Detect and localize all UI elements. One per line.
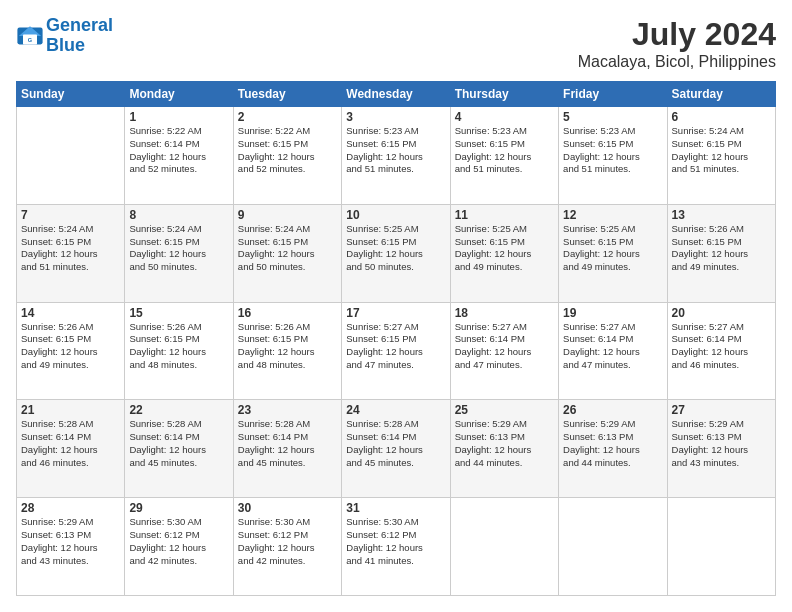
col-sunday: Sunday: [17, 82, 125, 107]
col-wednesday: Wednesday: [342, 82, 450, 107]
table-cell: 22Sunrise: 5:28 AMSunset: 6:14 PMDayligh…: [125, 400, 233, 498]
day-number: 21: [21, 403, 120, 417]
table-cell: 27Sunrise: 5:29 AMSunset: 6:13 PMDayligh…: [667, 400, 775, 498]
table-cell: 17Sunrise: 5:27 AMSunset: 6:15 PMDayligh…: [342, 302, 450, 400]
day-info: Sunrise: 5:26 AMSunset: 6:15 PMDaylight:…: [129, 321, 228, 372]
page: G General Blue July 2024 Macalaya, Bicol…: [0, 0, 792, 612]
day-info: Sunrise: 5:25 AMSunset: 6:15 PMDaylight:…: [346, 223, 445, 274]
calendar-week-row: 28Sunrise: 5:29 AMSunset: 6:13 PMDayligh…: [17, 498, 776, 596]
day-number: 30: [238, 501, 337, 515]
table-cell: [667, 498, 775, 596]
table-cell: 23Sunrise: 5:28 AMSunset: 6:14 PMDayligh…: [233, 400, 341, 498]
day-number: 5: [563, 110, 662, 124]
day-number: 6: [672, 110, 771, 124]
calendar-week-row: 21Sunrise: 5:28 AMSunset: 6:14 PMDayligh…: [17, 400, 776, 498]
day-info: Sunrise: 5:28 AMSunset: 6:14 PMDaylight:…: [238, 418, 337, 469]
col-thursday: Thursday: [450, 82, 558, 107]
day-info: Sunrise: 5:27 AMSunset: 6:14 PMDaylight:…: [455, 321, 554, 372]
day-info: Sunrise: 5:28 AMSunset: 6:14 PMDaylight:…: [129, 418, 228, 469]
table-cell: 9Sunrise: 5:24 AMSunset: 6:15 PMDaylight…: [233, 204, 341, 302]
day-info: Sunrise: 5:29 AMSunset: 6:13 PMDaylight:…: [21, 516, 120, 567]
day-info: Sunrise: 5:28 AMSunset: 6:14 PMDaylight:…: [346, 418, 445, 469]
table-cell: 8Sunrise: 5:24 AMSunset: 6:15 PMDaylight…: [125, 204, 233, 302]
day-info: Sunrise: 5:29 AMSunset: 6:13 PMDaylight:…: [672, 418, 771, 469]
day-info: Sunrise: 5:29 AMSunset: 6:13 PMDaylight:…: [563, 418, 662, 469]
header: G General Blue July 2024 Macalaya, Bicol…: [16, 16, 776, 71]
table-cell: 20Sunrise: 5:27 AMSunset: 6:14 PMDayligh…: [667, 302, 775, 400]
day-number: 8: [129, 208, 228, 222]
table-cell: 31Sunrise: 5:30 AMSunset: 6:12 PMDayligh…: [342, 498, 450, 596]
table-cell: 10Sunrise: 5:25 AMSunset: 6:15 PMDayligh…: [342, 204, 450, 302]
calendar-week-row: 1Sunrise: 5:22 AMSunset: 6:14 PMDaylight…: [17, 107, 776, 205]
table-cell: 30Sunrise: 5:30 AMSunset: 6:12 PMDayligh…: [233, 498, 341, 596]
table-cell: 15Sunrise: 5:26 AMSunset: 6:15 PMDayligh…: [125, 302, 233, 400]
col-tuesday: Tuesday: [233, 82, 341, 107]
title-block: July 2024 Macalaya, Bicol, Philippines: [578, 16, 776, 71]
day-number: 13: [672, 208, 771, 222]
subtitle: Macalaya, Bicol, Philippines: [578, 53, 776, 71]
day-info: Sunrise: 5:23 AMSunset: 6:15 PMDaylight:…: [563, 125, 662, 176]
day-number: 27: [672, 403, 771, 417]
day-number: 2: [238, 110, 337, 124]
day-number: 15: [129, 306, 228, 320]
day-number: 17: [346, 306, 445, 320]
day-number: 18: [455, 306, 554, 320]
calendar-week-row: 14Sunrise: 5:26 AMSunset: 6:15 PMDayligh…: [17, 302, 776, 400]
day-number: 22: [129, 403, 228, 417]
day-info: Sunrise: 5:22 AMSunset: 6:15 PMDaylight:…: [238, 125, 337, 176]
table-cell: 3Sunrise: 5:23 AMSunset: 6:15 PMDaylight…: [342, 107, 450, 205]
table-cell: 19Sunrise: 5:27 AMSunset: 6:14 PMDayligh…: [559, 302, 667, 400]
table-cell: 12Sunrise: 5:25 AMSunset: 6:15 PMDayligh…: [559, 204, 667, 302]
day-info: Sunrise: 5:25 AMSunset: 6:15 PMDaylight:…: [455, 223, 554, 274]
logo: G General Blue: [16, 16, 113, 56]
day-info: Sunrise: 5:27 AMSunset: 6:15 PMDaylight:…: [346, 321, 445, 372]
table-cell: 13Sunrise: 5:26 AMSunset: 6:15 PMDayligh…: [667, 204, 775, 302]
svg-text:G: G: [28, 37, 32, 43]
col-friday: Friday: [559, 82, 667, 107]
day-number: 4: [455, 110, 554, 124]
day-number: 12: [563, 208, 662, 222]
day-info: Sunrise: 5:22 AMSunset: 6:14 PMDaylight:…: [129, 125, 228, 176]
table-cell: 5Sunrise: 5:23 AMSunset: 6:15 PMDaylight…: [559, 107, 667, 205]
day-info: Sunrise: 5:26 AMSunset: 6:15 PMDaylight:…: [21, 321, 120, 372]
table-cell: 2Sunrise: 5:22 AMSunset: 6:15 PMDaylight…: [233, 107, 341, 205]
logo-general: General: [46, 15, 113, 35]
day-number: 11: [455, 208, 554, 222]
day-info: Sunrise: 5:26 AMSunset: 6:15 PMDaylight:…: [672, 223, 771, 274]
day-number: 10: [346, 208, 445, 222]
table-cell: 26Sunrise: 5:29 AMSunset: 6:13 PMDayligh…: [559, 400, 667, 498]
table-cell: 6Sunrise: 5:24 AMSunset: 6:15 PMDaylight…: [667, 107, 775, 205]
col-saturday: Saturday: [667, 82, 775, 107]
day-info: Sunrise: 5:27 AMSunset: 6:14 PMDaylight:…: [672, 321, 771, 372]
calendar-table: Sunday Monday Tuesday Wednesday Thursday…: [16, 81, 776, 596]
logo-blue: Blue: [46, 35, 85, 55]
day-number: 31: [346, 501, 445, 515]
day-info: Sunrise: 5:24 AMSunset: 6:15 PMDaylight:…: [238, 223, 337, 274]
col-monday: Monday: [125, 82, 233, 107]
main-title: July 2024: [578, 16, 776, 53]
day-number: 20: [672, 306, 771, 320]
day-number: 24: [346, 403, 445, 417]
table-cell: 11Sunrise: 5:25 AMSunset: 6:15 PMDayligh…: [450, 204, 558, 302]
day-info: Sunrise: 5:28 AMSunset: 6:14 PMDaylight:…: [21, 418, 120, 469]
day-info: Sunrise: 5:23 AMSunset: 6:15 PMDaylight:…: [455, 125, 554, 176]
table-cell: 21Sunrise: 5:28 AMSunset: 6:14 PMDayligh…: [17, 400, 125, 498]
day-number: 26: [563, 403, 662, 417]
day-info: Sunrise: 5:24 AMSunset: 6:15 PMDaylight:…: [672, 125, 771, 176]
calendar-week-row: 7Sunrise: 5:24 AMSunset: 6:15 PMDaylight…: [17, 204, 776, 302]
day-info: Sunrise: 5:25 AMSunset: 6:15 PMDaylight:…: [563, 223, 662, 274]
day-number: 19: [563, 306, 662, 320]
day-number: 3: [346, 110, 445, 124]
day-info: Sunrise: 5:30 AMSunset: 6:12 PMDaylight:…: [129, 516, 228, 567]
table-cell: [559, 498, 667, 596]
day-info: Sunrise: 5:23 AMSunset: 6:15 PMDaylight:…: [346, 125, 445, 176]
day-number: 1: [129, 110, 228, 124]
day-number: 7: [21, 208, 120, 222]
table-cell: 7Sunrise: 5:24 AMSunset: 6:15 PMDaylight…: [17, 204, 125, 302]
day-info: Sunrise: 5:27 AMSunset: 6:14 PMDaylight:…: [563, 321, 662, 372]
table-cell: 28Sunrise: 5:29 AMSunset: 6:13 PMDayligh…: [17, 498, 125, 596]
day-number: 25: [455, 403, 554, 417]
day-number: 28: [21, 501, 120, 515]
table-cell: 4Sunrise: 5:23 AMSunset: 6:15 PMDaylight…: [450, 107, 558, 205]
day-number: 29: [129, 501, 228, 515]
